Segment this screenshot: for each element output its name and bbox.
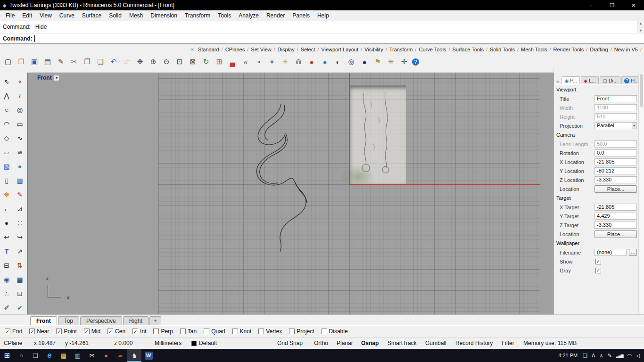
chamfer-icon[interactable]: ⊿ — [14, 203, 25, 214]
polyline-icon[interactable]: ⋀ — [1, 90, 12, 101]
render-earth-icon[interactable]: ● — [320, 57, 330, 67]
taskbar-button[interactable]: ❏ — [28, 349, 42, 362]
previous-view-icon[interactable]: « — [240, 57, 251, 67]
minimize-button[interactable]: – — [580, 0, 602, 10]
array-icon[interactable]: ⊟ — [1, 260, 12, 271]
checkbox[interactable]: ✓ — [5, 329, 10, 334]
viewport-title-label[interactable]: Front ▾ — [37, 74, 60, 81]
curve-interpolate-icon[interactable]: ≀ — [14, 90, 25, 101]
x-coordinate[interactable]: x 19.487 — [34, 340, 65, 346]
cplane-axis-icon[interactable]: ✛ — [399, 57, 409, 67]
taskbar-button[interactable]: ♞ — [127, 349, 141, 362]
checkbox[interactable]: ✓ — [153, 329, 159, 334]
new-document-icon[interactable]: ▢ — [3, 57, 13, 67]
gears-icon[interactable]: ✳ — [386, 57, 396, 67]
x-location-field[interactable]: -21.805 — [594, 158, 637, 165]
surface-icon[interactable]: ▱ — [1, 147, 12, 157]
taskbar-button[interactable]: W — [141, 349, 156, 362]
ellipse-icon[interactable]: ◎ — [14, 104, 25, 115]
chevron-down-icon[interactable]: ▾ — [632, 123, 636, 129]
curve-hook-icon[interactable]: ↩ — [1, 231, 12, 242]
toolbar-tab[interactable]: Render Tools — [553, 47, 590, 52]
front-viewport-canvas[interactable]: Front ▾ z x — [27, 73, 553, 314]
osnap-toggle[interactable]: Osnap — [361, 340, 388, 346]
osnap-vertex-checkbox[interactable]: ✓ Vertex — [257, 328, 282, 335]
single-point-icon[interactable]: ∘ — [14, 76, 25, 87]
toolbar-tab[interactable]: Solid Tools — [490, 47, 521, 52]
toolbar-gear-icon[interactable]: ✳ — [190, 47, 194, 53]
toolbar-tab[interactable]: Set View — [251, 47, 277, 52]
viewport-title-text[interactable]: Front — [37, 74, 52, 81]
viewport-title-field[interactable]: Front — [594, 95, 637, 102]
check-icon[interactable]: ✔ — [14, 302, 25, 313]
drafting-icon[interactable]: ✐ — [1, 302, 12, 313]
render-flower-icon[interactable]: ❋ — [1, 189, 12, 200]
tab-properties[interactable]: ◉ P... — [561, 76, 580, 84]
checkbox[interactable]: ✓ — [204, 329, 209, 334]
menu-item[interactable]: Edit — [18, 12, 36, 19]
toolbar-tab[interactable]: Display — [278, 47, 301, 52]
fillet-icon[interactable]: ⌐ — [1, 203, 12, 214]
viewport-tab-perspective[interactable]: Perspective — [80, 316, 122, 325]
tab-layers[interactable]: ◆ L... — [581, 76, 599, 84]
taskbar-button[interactable]: e — [42, 349, 57, 362]
osnap-quad-checkbox[interactable]: ✓ Quad — [203, 328, 225, 335]
osnap-disable-checkbox[interactable]: ✓ Disable — [321, 328, 348, 335]
browse-button[interactable]: ... — [629, 249, 637, 256]
toolbar-tab[interactable]: Transform — [389, 47, 419, 52]
tray-expand-icon[interactable]: ∧ — [599, 353, 603, 359]
toolbar-tab[interactable]: Curve Tools — [419, 47, 452, 52]
units-pane[interactable]: Millimeters — [155, 340, 191, 346]
pen-icon[interactable]: ✎ — [607, 353, 611, 359]
taskbar-button[interactable]: ○ — [14, 349, 28, 362]
menu-item[interactable]: Analyze — [235, 12, 263, 19]
record-history-toggle[interactable]: Record History — [455, 340, 502, 346]
undo-icon[interactable]: ↶ — [108, 57, 119, 67]
zoom-extents-icon[interactable]: ⊠ — [188, 57, 198, 67]
checkbox[interactable]: ✓ — [289, 329, 295, 334]
annotate-icon[interactable]: ✎ — [56, 57, 66, 67]
copy-icon[interactable]: ❐ — [82, 57, 92, 67]
taskbar-button[interactable]: ▤ — [57, 349, 71, 362]
rectangle-icon[interactable]: ▭ — [14, 118, 25, 129]
viewport-tab-front[interactable]: Front — [30, 316, 57, 325]
show-desktop-button[interactable] — [642, 349, 644, 362]
leader-icon[interactable]: ⇗ — [14, 246, 25, 256]
zoom-dynamic-icon[interactable]: ⊖ — [161, 57, 172, 67]
osnap-knot-checkbox[interactable]: ✓ Knot — [231, 328, 252, 335]
taskbar-button[interactable]: ▥ — [71, 349, 85, 362]
lock-icon[interactable]: ⋒ — [293, 57, 304, 67]
lens-length-field[interactable]: 50.0 — [594, 140, 637, 148]
wifi-icon[interactable]: ◠ — [627, 353, 632, 359]
toolbar-tab[interactable]: Select — [301, 47, 322, 52]
menu-item[interactable]: Panels — [289, 12, 314, 19]
projection-dropdown[interactable]: Parallel ▾ — [594, 122, 637, 129]
menu-item[interactable]: Surface — [78, 12, 105, 19]
text-icon[interactable]: T — [1, 246, 12, 256]
grid-snap-toggle[interactable]: Grid Snap — [277, 340, 314, 346]
points-grid-icon[interactable]: ∷ — [14, 217, 25, 228]
toolbar-tab[interactable]: New in V5 — [614, 47, 644, 52]
z-coordinate[interactable]: z 0.000 — [114, 340, 155, 346]
menu-item[interactable]: File — [2, 12, 18, 19]
action-center-icon[interactable]: ❏ — [583, 353, 587, 359]
save-icon[interactable]: ▣ — [29, 57, 40, 67]
wallpaper-gray-checkbox[interactable]: ✓ — [595, 268, 601, 273]
menu-item[interactable]: Help — [314, 12, 333, 19]
z-target-field[interactable]: -3.330 — [594, 222, 637, 229]
viewport-width-field[interactable]: 1100 — [594, 104, 637, 111]
layer-pane[interactable]: Default — [191, 340, 232, 346]
menu-item[interactable]: Transform — [181, 12, 214, 19]
menu-item[interactable]: Solid — [105, 12, 125, 19]
command-history-scrollbar[interactable]: ▲ ▼ — [637, 21, 644, 33]
viewport-tab-add[interactable]: + — [149, 316, 161, 325]
gumball-toggle[interactable]: Gumball — [425, 340, 455, 346]
close-button[interactable]: ✕ — [623, 0, 644, 10]
render-red-sphere-icon[interactable]: ● — [306, 57, 317, 67]
loft-icon[interactable]: ≋ — [14, 147, 25, 157]
z-location-field[interactable]: -3.330 — [594, 176, 637, 183]
toolbar-tab[interactable]: Visibility — [364, 47, 389, 52]
checkbox[interactable]: ✓ — [132, 329, 138, 334]
checkbox[interactable]: ✓ — [84, 329, 90, 334]
taskbar-button[interactable]: ⊞ — [0, 349, 14, 362]
